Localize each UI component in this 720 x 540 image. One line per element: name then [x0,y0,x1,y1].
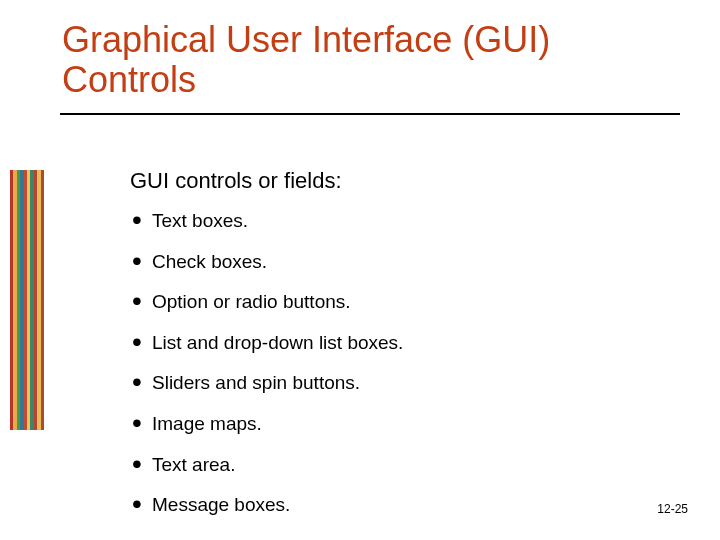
body-content: GUI controls or fields: Text boxes. Chec… [130,168,670,525]
slide-title: Graphical User Interface (GUI) Controls [0,20,720,99]
body-lead: GUI controls or fields: [130,168,670,194]
bullet-list: Text boxes. Check boxes. Option or radio… [152,200,670,525]
list-item: Check boxes. [152,241,670,282]
list-item: Option or radio buttons. [152,281,670,322]
slide: Graphical User Interface (GUI) Controls … [0,0,720,540]
list-item: Text boxes. [152,200,670,241]
list-item: Message boxes. [152,484,670,525]
list-item: Sliders and spin buttons. [152,362,670,403]
list-item: Text area. [152,444,670,485]
slide-number: 12-25 [657,502,688,516]
list-item: Image maps. [152,403,670,444]
list-item: List and drop-down list boxes. [152,322,670,363]
title-underline [60,113,680,115]
accent-stripe-graphic [10,170,44,430]
